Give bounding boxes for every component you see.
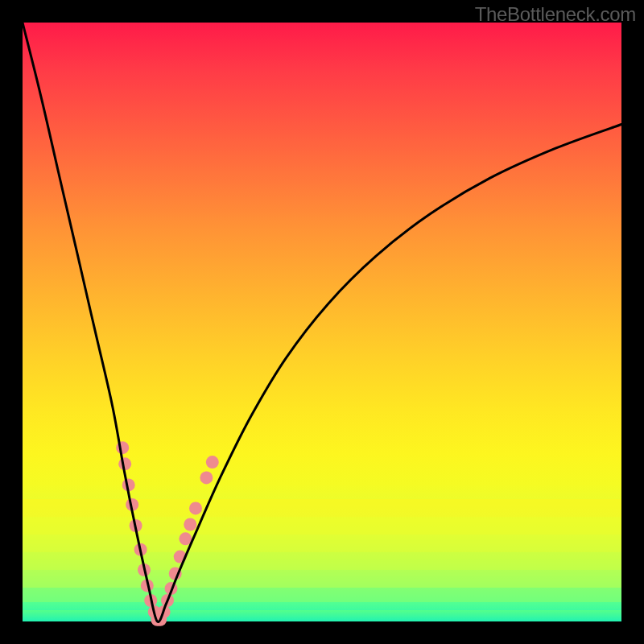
plot-area	[23, 23, 621, 621]
watermark-text: TheBottleneck.com	[475, 3, 636, 26]
bottleneck-curve	[23, 23, 621, 622]
highlight-dot	[116, 441, 129, 454]
highlight-dot	[189, 502, 202, 514]
highlight-dot	[206, 456, 219, 469]
outer-frame: TheBottleneck.com	[0, 0, 644, 644]
chart-svg	[23, 23, 621, 621]
highlight-dot	[184, 518, 196, 531]
highlight-dot	[200, 471, 213, 484]
